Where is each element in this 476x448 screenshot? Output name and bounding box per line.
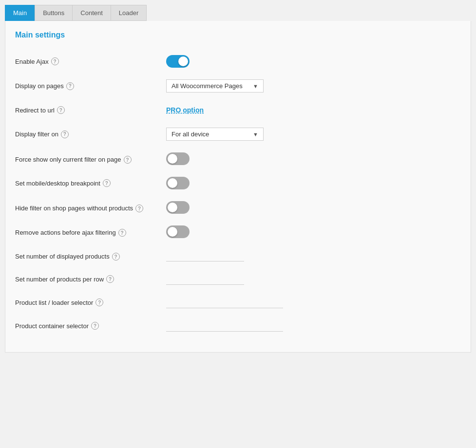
setting-control-redirect-to-url: PRO option — [166, 106, 204, 114]
toggle-thumb-mobile-desktop-breakpoint — [168, 178, 177, 188]
setting-label-text-display-on-pages: Display on pages — [15, 82, 64, 90]
setting-control-enable-ajax — [166, 55, 190, 68]
page-wrapper: MainButtonsContentLoader Main settings E… — [0, 0, 476, 448]
setting-label-product-container-selector: Product container selector? — [15, 322, 166, 330]
help-icon-mobile-desktop-breakpoint[interactable]: ? — [103, 179, 111, 187]
toggle-mobile-desktop-breakpoint[interactable] — [166, 177, 190, 189]
setting-row-product-list-selector: Product list / loader selector? — [15, 291, 461, 314]
setting-control-product-list-selector — [166, 297, 283, 308]
toggle-thumb-hide-filter-shop — [168, 203, 177, 212]
tab-loader[interactable]: Loader — [111, 5, 147, 21]
setting-control-number-products-per-row — [166, 273, 244, 285]
setting-label-redirect-to-url: Redirect to url? — [15, 106, 166, 114]
setting-label-text-mobile-desktop-breakpoint: Set mobile/desktop breakpoint — [15, 180, 100, 187]
setting-control-mobile-desktop-breakpoint — [166, 177, 190, 189]
tab-main[interactable]: Main — [5, 5, 35, 21]
help-icon-product-list-selector[interactable]: ? — [95, 299, 103, 306]
text-input-number-products-per-row[interactable] — [166, 273, 244, 285]
setting-row-redirect-to-url: Redirect to url?PRO option — [15, 98, 461, 122]
dropdown-arrow-display-filter-on: ▼ — [253, 131, 258, 137]
setting-control-display-filter-on: For all device▼ — [166, 128, 264, 141]
text-input-product-list-selector[interactable] — [166, 297, 283, 308]
setting-row-enable-ajax: Enable Ajax? — [15, 49, 461, 74]
setting-row-number-displayed-products: Set number of displayed products? — [15, 244, 461, 267]
setting-control-display-on-pages: All Woocommerce Pages▼ — [166, 79, 264, 93]
setting-control-force-show-filter — [166, 152, 190, 165]
setting-label-display-filter-on: Display filter on? — [15, 131, 166, 138]
dropdown-arrow-display-on-pages: ▼ — [253, 83, 258, 89]
toggle-thumb-enable-ajax — [178, 56, 188, 66]
setting-row-mobile-desktop-breakpoint: Set mobile/desktop breakpoint? — [15, 171, 461, 195]
setting-label-text-hide-filter-shop: Hide filter on shop pages without produc… — [15, 205, 133, 212]
setting-label-force-show-filter: Force show only current filter on page? — [15, 154, 166, 164]
setting-label-product-list-selector: Product list / loader selector? — [15, 299, 166, 306]
toggle-track-remove-actions — [166, 225, 190, 238]
setting-row-force-show-filter: Force show only current filter on page? — [15, 147, 461, 171]
toggle-thumb-remove-actions — [168, 227, 177, 237]
setting-label-number-products-per-row: Set number of products per row? — [15, 275, 166, 283]
setting-label-number-displayed-products: Set number of displayed products? — [15, 251, 166, 261]
pro-option-redirect-to-url[interactable]: PRO option — [166, 106, 204, 114]
toggle-track-enable-ajax — [166, 55, 190, 68]
setting-label-remove-actions: Remove actions before ajax filtering? — [15, 227, 166, 237]
setting-control-remove-actions — [166, 225, 190, 238]
text-input-product-container-selector[interactable] — [166, 320, 283, 332]
setting-label-text-product-container-selector: Product container selector — [15, 322, 89, 330]
help-icon-hide-filter-shop[interactable]: ? — [135, 205, 143, 212]
setting-label-text-force-show-filter: Force show only current filter on page — [15, 156, 121, 163]
setting-row-display-filter-on: Display filter on?For all device▼ — [15, 122, 461, 147]
setting-row-product-container-selector: Product container selector? — [15, 314, 461, 337]
help-icon-display-on-pages[interactable]: ? — [66, 82, 74, 90]
toggle-track-hide-filter-shop — [166, 201, 190, 214]
toggle-track-force-show-filter — [166, 152, 190, 165]
toggle-track-mobile-desktop-breakpoint — [166, 177, 190, 189]
setting-row-display-on-pages: Display on pages?All Woocommerce Pages▼ — [15, 74, 461, 98]
toggle-force-show-filter[interactable] — [166, 152, 190, 165]
help-icon-remove-actions[interactable]: ? — [118, 229, 126, 237]
setting-label-text-product-list-selector: Product list / loader selector — [15, 299, 93, 306]
toggle-thumb-force-show-filter — [168, 154, 177, 164]
tab-buttons[interactable]: Buttons — [35, 5, 72, 21]
dropdown-value-display-on-pages: All Woocommerce Pages — [171, 82, 243, 90]
setting-label-enable-ajax: Enable Ajax? — [15, 57, 166, 65]
setting-row-number-products-per-row: Set number of products per row? — [15, 267, 461, 291]
setting-label-text-enable-ajax: Enable Ajax — [15, 58, 49, 65]
dropdown-value-display-filter-on: For all device — [171, 131, 209, 138]
setting-label-text-number-displayed-products: Set number of displayed products — [15, 253, 110, 260]
setting-label-text-number-products-per-row: Set number of products per row — [15, 276, 104, 283]
setting-control-product-container-selector — [166, 320, 283, 332]
help-icon-redirect-to-url[interactable]: ? — [57, 106, 65, 114]
setting-row-hide-filter-shop: Hide filter on shop pages without produc… — [15, 195, 461, 220]
setting-control-hide-filter-shop — [166, 201, 190, 214]
toggle-remove-actions[interactable] — [166, 225, 190, 238]
toggle-hide-filter-shop[interactable] — [166, 201, 190, 214]
settings-rows: Enable Ajax?Display on pages?All Woocomm… — [15, 49, 461, 337]
dropdown-display-filter-on[interactable]: For all device▼ — [166, 128, 264, 141]
tabs-container: MainButtonsContentLoader — [5, 5, 471, 21]
help-icon-number-products-per-row[interactable]: ? — [106, 275, 114, 283]
setting-control-number-displayed-products — [166, 250, 244, 261]
setting-label-text-display-filter-on: Display filter on — [15, 131, 58, 138]
text-input-number-displayed-products[interactable] — [166, 250, 244, 261]
settings-panel: Main settings Enable Ajax?Display on pag… — [5, 21, 471, 353]
setting-label-mobile-desktop-breakpoint: Set mobile/desktop breakpoint? — [15, 179, 166, 187]
setting-row-remove-actions: Remove actions before ajax filtering? — [15, 220, 461, 244]
help-icon-enable-ajax[interactable]: ? — [51, 57, 59, 65]
setting-label-hide-filter-shop: Hide filter on shop pages without produc… — [15, 203, 166, 212]
setting-label-text-remove-actions: Remove actions before ajax filtering — [15, 229, 116, 236]
help-icon-display-filter-on[interactable]: ? — [61, 131, 69, 138]
section-title: Main settings — [15, 31, 461, 39]
tab-content[interactable]: Content — [72, 5, 111, 21]
setting-label-display-on-pages: Display on pages? — [15, 82, 166, 90]
setting-label-text-redirect-to-url: Redirect to url — [15, 107, 55, 114]
dropdown-display-on-pages[interactable]: All Woocommerce Pages▼ — [166, 79, 264, 93]
help-icon-number-displayed-products[interactable]: ? — [112, 253, 120, 261]
help-icon-product-container-selector[interactable]: ? — [91, 322, 99, 330]
help-icon-force-show-filter[interactable]: ? — [124, 156, 132, 164]
toggle-enable-ajax[interactable] — [166, 55, 190, 68]
